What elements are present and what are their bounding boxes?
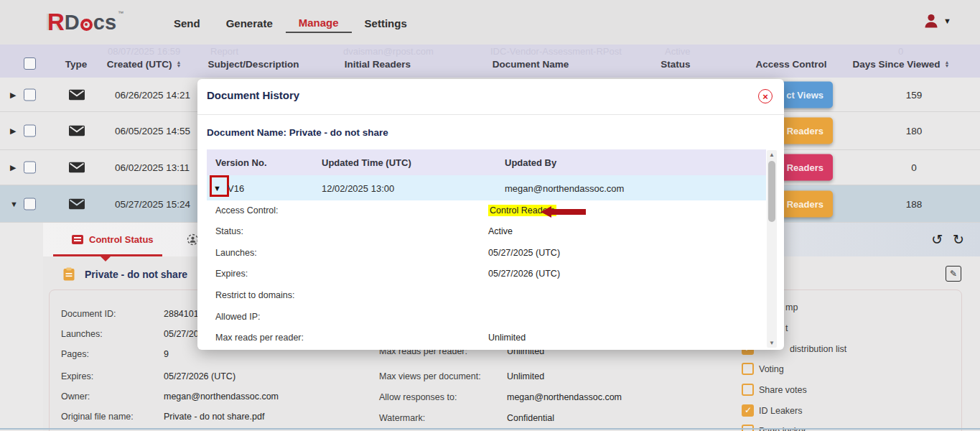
field-original-file-name: Original file name: (61, 412, 134, 422)
scroll-up-icon[interactable]: ▲ (767, 152, 777, 158)
field-max-views-value: Unlimited (507, 371, 544, 381)
field-owner: Owner: (61, 391, 90, 402)
version-row[interactable]: ▼ V16 12/02/2025 13:00 megan@northendass… (207, 175, 766, 200)
days-since-viewed: 188 (857, 198, 971, 209)
nav-generate[interactable]: Generate (213, 13, 286, 32)
history-field-allowed-ip: Allowed IP: (197, 307, 757, 328)
history-field-restrict-domains: Restrict to domains: (197, 285, 757, 306)
panel-bottom-border (0, 428, 980, 430)
modal-title: Document History (207, 89, 299, 101)
detail-document-title: Private - do not share (85, 269, 187, 280)
sort-icon[interactable]: ▲▼ (176, 60, 181, 68)
option-checkbox[interactable] (742, 384, 754, 396)
expand-arrow-icon[interactable]: ▶ (10, 90, 16, 99)
created-date: 06/05/2025 14:55 (115, 126, 190, 136)
edit-icon[interactable]: ✎ (946, 266, 961, 282)
history-field-access-control: Access Control: Control Readers (197, 200, 757, 221)
option-label: Voting (759, 364, 784, 374)
history-field-expires: Expires:05/27/2026 (UTC) (197, 264, 757, 284)
rdocs-logo[interactable]: RDcs™ (47, 9, 123, 36)
col-updated-time: Updated Time (UTC) (322, 149, 411, 175)
created-date: 05/27/2025 15:24 (115, 198, 190, 209)
user-icon (923, 12, 940, 29)
email-icon (69, 89, 85, 100)
col-days-since-viewed[interactable]: Days Since Viewed▲▼ (847, 45, 955, 78)
control-status-icon (72, 235, 83, 244)
divider (197, 114, 784, 115)
chevron-down-icon: ▼ (943, 17, 951, 25)
tab-control-status[interactable]: Control Status (72, 223, 154, 256)
history-icon[interactable]: ↺ (931, 231, 943, 248)
annotation-arrow-icon (541, 206, 586, 218)
created-date: 06/02/2025 13:11 (115, 162, 190, 173)
col-updated-by: Updated By (505, 149, 556, 175)
created-date: 06/26/2025 14:21 (115, 89, 190, 100)
clipboard-icon (63, 267, 75, 281)
field-pages-value: 9 (164, 349, 169, 359)
version-number: V16 (228, 182, 244, 193)
col-created[interactable]: Created (UTC)▲▼ (99, 45, 189, 78)
col-version-no: Version No. (215, 149, 267, 175)
user-account-menu[interactable]: ▼ (923, 12, 951, 29)
option-label: ID Leakers (759, 406, 802, 416)
modal-document-name: Document Name: Private - do not share (207, 127, 388, 138)
history-field-max-reads: Max reads per reader:Unlimited (197, 328, 757, 348)
row-checkbox[interactable] (24, 125, 36, 137)
sort-icon[interactable]: ▲▼ (945, 60, 950, 68)
expand-arrow-icon[interactable]: ▶ (10, 163, 16, 172)
table-header: Type Created (UTC)▲▼ Subject/Description… (0, 45, 980, 78)
scroll-down-icon[interactable]: ▼ (767, 340, 777, 346)
email-icon (69, 198, 85, 209)
main-nav: Send Generate Manage Settings (161, 0, 420, 45)
option-label-fragment: t (785, 323, 788, 333)
nav-settings[interactable]: Settings (352, 13, 420, 32)
field-allow-responses: Allow responses to: (379, 392, 457, 402)
field-original-file-name-value: Private - do not share.pdf (164, 412, 264, 422)
field-max-views: Max views per document: (379, 371, 481, 381)
email-icon (69, 126, 85, 136)
col-initial-readers: Initial Readers (320, 45, 435, 78)
option-checkbox[interactable] (742, 404, 754, 417)
modal-scrollbar[interactable]: ▲ ▼ (767, 150, 777, 348)
email-icon (69, 162, 85, 173)
collapse-arrow-icon[interactable]: ▼ (10, 200, 18, 208)
active-tab-pointer (101, 256, 111, 261)
select-all-checkbox[interactable] (24, 57, 36, 70)
top-bar: RDcs™ Send Generate Manage Settings ▼ (0, 0, 980, 45)
history-table-header: Version No. Updated Time (UTC) Updated B… (207, 149, 766, 175)
document-history-modal: Document History × Document Name: Privat… (197, 79, 784, 350)
field-expires: Expires: (61, 371, 93, 381)
row-checkbox[interactable] (24, 88, 36, 101)
expand-arrow-icon[interactable]: ▶ (10, 126, 16, 136)
field-allow-responses-value: megan@northendassoc.com (507, 392, 622, 402)
option-checkbox[interactable] (742, 363, 754, 375)
field-launches-value: 05/27/20 (164, 329, 199, 339)
refresh-icon[interactable]: ↻ (953, 231, 964, 248)
logo-letters-cs: cs (93, 11, 116, 34)
col-status: Status (633, 45, 719, 78)
row-checkbox[interactable] (24, 162, 36, 174)
scrollbar-thumb[interactable] (768, 161, 775, 222)
col-document-name: Document Name (473, 45, 588, 78)
col-subject: Subject/Description (196, 45, 311, 78)
col-type: Type (55, 45, 98, 78)
field-owner-value: megan@northendassoc.com (164, 391, 279, 402)
days-since-viewed: 159 (857, 89, 971, 100)
option-label-fragment: distribution list (790, 344, 846, 354)
annotation-red-box (210, 175, 229, 197)
days-since-viewed: 180 (857, 126, 971, 136)
trademark-symbol: ™ (118, 10, 123, 17)
version-updated-by: megan@northendassoc.com (505, 182, 624, 193)
field-watermark-value: Confidential (507, 413, 554, 423)
app-root: RDcs™ Send Generate Manage Settings ▼ 08… (0, 0, 980, 431)
row-checkbox[interactable] (24, 198, 36, 210)
option-label-fragment: mp (785, 302, 798, 312)
field-document-id: Document ID: (61, 309, 116, 319)
nav-send[interactable]: Send (161, 13, 213, 32)
nav-manage[interactable]: Manage (286, 12, 352, 33)
option-label: Share votes (759, 385, 807, 395)
close-icon[interactable]: × (758, 89, 773, 103)
field-pages: Pages: (61, 349, 89, 359)
history-field-launches: Launches:05/27/2025 (UTC) (197, 243, 757, 264)
field-expires-value: 05/27/2026 (UTC) (164, 371, 235, 381)
